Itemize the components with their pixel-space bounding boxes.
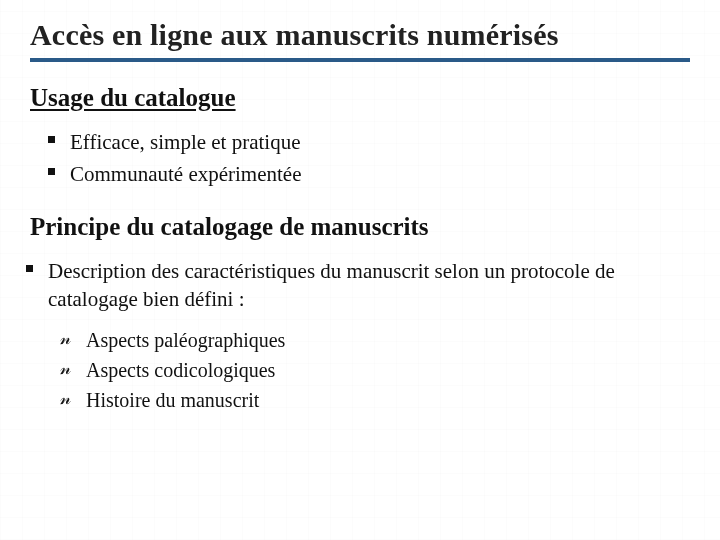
slide: Accès en ligne aux manuscrits numérisés … <box>0 0 720 540</box>
list-item: Aspects codicologiques <box>86 355 690 385</box>
principe-list: Description des caractéristiques du manu… <box>30 255 690 316</box>
list-item: Histoire du manuscrit <box>86 385 690 415</box>
list-item: Communauté expérimentée <box>70 158 690 190</box>
list-item: Description des caractéristiques du manu… <box>48 255 690 316</box>
list-item: Aspects paléographiques <box>86 325 690 355</box>
list-item: Efficace, simple et pratique <box>70 126 690 158</box>
section-heading-usage: Usage du catalogue <box>30 84 690 112</box>
principe-sublist: Aspects paléographiques Aspects codicolo… <box>30 325 690 415</box>
slide-title: Accès en ligne aux manuscrits numérisés <box>30 18 690 62</box>
section-heading-principe: Principe du catalogage de manuscrits <box>30 213 690 241</box>
usage-list: Efficace, simple et pratique Communauté … <box>30 126 690 191</box>
